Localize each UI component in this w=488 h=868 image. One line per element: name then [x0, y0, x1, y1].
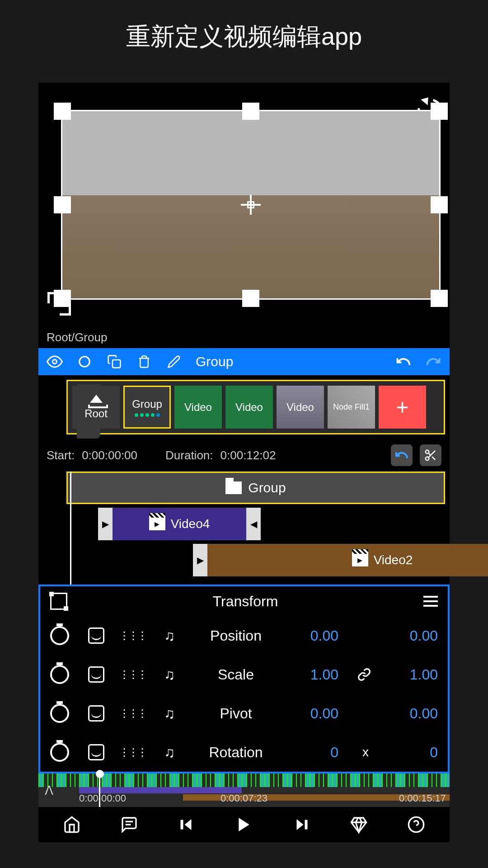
home-icon[interactable]: [61, 814, 83, 835]
music-icon[interactable]: [160, 704, 178, 722]
curve-icon[interactable]: [88, 666, 104, 683]
track-video2[interactable]: ▶ Video2 ◀: [193, 544, 488, 576]
hamburger-icon[interactable]: [423, 596, 438, 607]
svg-rect-2: [113, 360, 120, 368]
trim-handle-left[interactable]: ▶: [193, 544, 207, 576]
stopwatch-icon[interactable]: [50, 704, 69, 723]
undo-icon[interactable]: [395, 354, 412, 370]
node-group[interactable]: Group: [123, 386, 171, 429]
node-fill[interactable]: Node Fill1: [328, 386, 375, 429]
cut-button[interactable]: [420, 444, 441, 466]
start-label: Start:: [47, 448, 75, 462]
track-video4[interactable]: ▶ Video4 ◀: [98, 508, 261, 540]
breadcrumb[interactable]: Root/Group: [38, 327, 450, 348]
node-graph-icon[interactable]: [50, 593, 67, 610]
rotation-x-label: x: [357, 745, 374, 760]
wiggle-icon[interactable]: [123, 627, 141, 645]
folder-icon: [225, 481, 242, 494]
node-root[interactable]: Root: [72, 386, 120, 429]
prop-rotation: Rotation 0 x 0: [40, 733, 448, 772]
plus-icon: +: [396, 395, 408, 420]
expand-up-icon[interactable]: ᐱ: [45, 783, 53, 798]
circle-icon[interactable]: [76, 354, 93, 370]
play-icon[interactable]: [233, 814, 255, 835]
prop-value-y[interactable]: 0.00: [393, 627, 438, 644]
resize-handle-bm[interactable]: [242, 290, 259, 307]
track-group[interactable]: Group: [66, 472, 445, 504]
wiggle-icon[interactable]: [123, 743, 141, 761]
resize-handle-ml[interactable]: [54, 196, 71, 213]
prop-value-x[interactable]: 1.00: [293, 666, 338, 683]
timeline-tracks: Group ▶ Video4 ◀ ▶ Video2 ◀: [38, 472, 450, 585]
link-icon[interactable]: [357, 668, 374, 681]
timeline-ruler[interactable]: ᐱ 0:00:00:00 0:00:07:23 0:00:15:17: [38, 774, 450, 807]
prop-pivot: Pivot 0.00 0.00: [40, 694, 448, 733]
comment-icon[interactable]: [118, 814, 140, 835]
svg-point-1: [80, 357, 90, 367]
svg-point-3: [426, 450, 429, 454]
trim-handle-left[interactable]: ▶: [98, 508, 113, 540]
stopwatch-icon[interactable]: [50, 626, 69, 645]
node-root-label: Root: [84, 407, 108, 420]
prop-value-y[interactable]: 1.00: [393, 666, 438, 683]
prop-name: Pivot: [197, 705, 274, 722]
resize-handle-tl[interactable]: [54, 103, 71, 120]
track-group-label: Group: [248, 480, 286, 495]
copy-icon[interactable]: [106, 354, 122, 370]
node-video-label: Video: [184, 401, 212, 414]
prop-value-y[interactable]: 0: [393, 744, 438, 761]
music-icon[interactable]: [160, 665, 178, 684]
ruler-time-mid: 0:00:07:23: [221, 793, 267, 804]
redo-icon[interactable]: [425, 354, 441, 370]
premium-icon[interactable]: [348, 814, 370, 835]
wiggle-icon[interactable]: [123, 704, 141, 722]
resize-handle-tm[interactable]: [242, 103, 259, 120]
prop-value-x[interactable]: 0.00: [293, 627, 338, 644]
delete-icon[interactable]: [136, 354, 152, 370]
help-icon[interactable]: [405, 814, 427, 835]
music-icon[interactable]: [160, 743, 178, 761]
resize-handle-mr[interactable]: [431, 196, 448, 213]
prop-value-x[interactable]: 0: [293, 744, 338, 761]
node-fill-label: Node Fill1: [333, 402, 370, 412]
preview-viewport[interactable]: [38, 83, 450, 327]
add-node-button[interactable]: +: [379, 386, 426, 429]
svg-line-7: [428, 453, 431, 455]
svg-point-0: [53, 360, 57, 364]
prop-value-y[interactable]: 0.00: [393, 705, 438, 722]
step-forward-icon[interactable]: [291, 814, 312, 835]
step-back-icon[interactable]: [176, 814, 197, 835]
fullscreen-icon[interactable]: [47, 292, 71, 316]
node-video-3[interactable]: Video: [277, 386, 324, 429]
node-video-1[interactable]: Video: [174, 386, 222, 429]
node-video-2[interactable]: Video: [225, 386, 273, 429]
selection-frame[interactable]: [61, 110, 441, 300]
stopwatch-icon[interactable]: [50, 665, 69, 684]
ruler-time-end: 0:00:15:17: [399, 793, 446, 804]
node-video-label: Video: [286, 401, 314, 414]
resize-handle-br[interactable]: [431, 290, 448, 307]
prop-scale: Scale 1.00 1.00: [40, 655, 448, 694]
stopwatch-icon[interactable]: [50, 743, 69, 762]
visibility-icon[interactable]: [47, 354, 63, 370]
wiggle-icon[interactable]: [123, 665, 141, 684]
track-video4-label: Video4: [149, 517, 210, 531]
music-icon[interactable]: [160, 627, 178, 645]
duration-value[interactable]: 0:00:12:02: [221, 448, 276, 462]
edit-icon[interactable]: [166, 354, 182, 370]
curve-icon[interactable]: [88, 705, 104, 722]
resize-handle-tr[interactable]: [431, 103, 448, 120]
reset-time-button[interactable]: [391, 444, 413, 466]
node-dots-icon: [135, 413, 160, 417]
curve-icon[interactable]: [88, 744, 104, 760]
curve-icon[interactable]: [88, 627, 104, 644]
ruler-time-start: 0:00:00:00: [79, 793, 126, 804]
node-strip: Root Group Video Video Video Node Fill1 …: [66, 380, 445, 434]
svg-point-4: [426, 457, 429, 461]
pivot-crosshair-icon[interactable]: [241, 195, 261, 215]
prop-value-x[interactable]: 0.00: [293, 705, 338, 722]
trim-handle-right[interactable]: ◀: [246, 508, 261, 540]
duration-label: Duration:: [165, 448, 213, 462]
start-value[interactable]: 0:00:00:00: [82, 448, 137, 462]
playhead[interactable]: [70, 472, 71, 585]
